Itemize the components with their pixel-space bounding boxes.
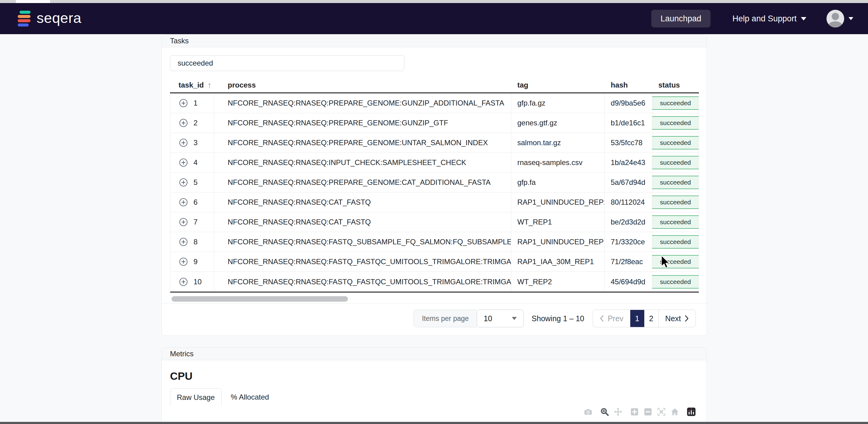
seqera-logo-icon <box>18 11 31 27</box>
plotly-logo-icon[interactable] <box>687 407 696 416</box>
chevron-down-icon <box>801 17 806 21</box>
pan-icon[interactable] <box>614 407 623 416</box>
page-button-2[interactable]: 2 <box>644 310 658 327</box>
items-per-page-label: Items per page <box>413 309 476 327</box>
task-id-cell: 6 <box>170 193 214 212</box>
table-row[interactable]: 4NFCORE_RNASEQ:RNASEQ:INPUT_CHECK:SAMPLE… <box>170 153 699 173</box>
task-id-cell: 2 <box>170 113 214 133</box>
tasks-table: task_id ↑ process tag hash status 1NFCOR… <box>170 78 699 293</box>
status-cell: succeeded <box>652 153 699 172</box>
scrollbar-thumb[interactable] <box>172 296 348 302</box>
launchpad-button[interactable]: Launchpad <box>651 10 711 28</box>
table-row[interactable]: 2NFCORE_RNASEQ:RNASEQ:PREPARE_GENOME:GUN… <box>170 113 699 133</box>
table-row[interactable]: 7NFCORE_RNASEQ:RNASEQ:CAT_FASTQWT_REP1be… <box>170 212 699 232</box>
tag-cell: RAP1_UNINDUCED_REP2 <box>511 193 604 212</box>
brand-wordmark: seqera <box>37 11 82 27</box>
status-cell: succeeded <box>652 193 699 212</box>
task-id-value: 2 <box>193 119 197 127</box>
tasks-section-header: Tasks <box>162 34 707 47</box>
column-header-process[interactable]: process <box>214 81 511 89</box>
status-badge: succeeded <box>652 255 699 268</box>
table-row[interactable]: 6NFCORE_RNASEQ:RNASEQ:CAT_FASTQRAP1_UNIN… <box>170 193 699 212</box>
table-row[interactable]: 9NFCORE_RNASEQ:RNASEQ:FASTQ_FASTQC_UMITO… <box>170 252 699 272</box>
process-cell: NFCORE_RNASEQ:RNASEQ:FASTQ_SUBSAMPLE_FQ_… <box>214 232 511 252</box>
plus-circle-icon[interactable] <box>179 277 188 287</box>
plus-circle-icon[interactable] <box>179 257 188 266</box>
column-header-hash[interactable]: hash <box>604 81 652 89</box>
status-cell: succeeded <box>652 113 699 133</box>
plus-circle-icon[interactable] <box>179 198 188 207</box>
task-search-input[interactable] <box>170 55 404 71</box>
status-cell: succeeded <box>652 252 699 271</box>
column-header-tag[interactable]: tag <box>511 81 604 89</box>
tag-cell: salmon.tar.gz <box>511 133 604 153</box>
tasks-card: Tasks task_id ↑ process tag hash status … <box>161 34 707 336</box>
plus-circle-icon[interactable] <box>179 158 188 167</box>
status-badge: succeeded <box>652 176 699 189</box>
arrow-up-icon: ↑ <box>208 80 212 90</box>
hash-cell: 1b/a24e43 <box>604 153 652 172</box>
status-cell: succeeded <box>652 93 699 113</box>
process-cell: NFCORE_RNASEQ:RNASEQ:FASTQ_FASTQC_UMITOO… <box>214 252 511 271</box>
metrics-card: Metrics CPU Raw Usage % Allocated <box>161 347 707 424</box>
task-id-cell: 7 <box>170 212 214 232</box>
bottom-window-edge <box>0 422 868 424</box>
column-header-status[interactable]: status <box>652 81 699 89</box>
status-badge: succeeded <box>652 275 699 289</box>
tasks-table-body: 1NFCORE_RNASEQ:RNASEQ:PREPARE_GENOME:GUN… <box>170 93 699 293</box>
table-row[interactable]: 10NFCORE_RNASEQ:RNASEQ:FASTQ_FASTQC_UMIT… <box>170 272 699 292</box>
camera-icon[interactable] <box>584 407 593 416</box>
table-row[interactable]: 3NFCORE_RNASEQ:RNASEQ:PREPARE_GENOME:UNT… <box>170 133 699 153</box>
task-id-cell: 4 <box>170 153 214 172</box>
next-page-button[interactable]: Next <box>659 310 695 327</box>
hash-cell: 45/694d9d <box>604 272 652 292</box>
plus-circle-icon[interactable] <box>179 118 188 128</box>
plus-circle-icon[interactable] <box>179 178 188 187</box>
task-id-cell: 8 <box>170 232 214 252</box>
plus-circle-icon[interactable] <box>179 138 188 147</box>
task-id-value: 5 <box>193 178 197 187</box>
page-button-1[interactable]: 1 <box>630 310 644 327</box>
items-per-page-select[interactable]: 10 <box>477 309 524 327</box>
help-and-support-menu[interactable]: Help and Support <box>733 14 806 24</box>
tag-cell: WT_REP1 <box>511 212 604 232</box>
task-id-value: 10 <box>193 278 202 286</box>
task-id-cell: 10 <box>170 272 214 292</box>
task-id-value: 7 <box>193 218 197 226</box>
table-row[interactable]: 8NFCORE_RNASEQ:RNASEQ:FASTQ_SUBSAMPLE_FQ… <box>170 232 699 252</box>
hash-cell: be/2d3d2d <box>604 212 652 232</box>
tag-cell: rnaseq-samples.csv <box>511 153 604 172</box>
plus-circle-icon[interactable] <box>179 99 188 108</box>
plus-circle-icon[interactable] <box>179 218 188 227</box>
chevron-left-icon <box>600 315 604 322</box>
table-row[interactable]: 5NFCORE_RNASEQ:RNASEQ:PREPARE_GENOME:CAT… <box>170 173 699 193</box>
task-id-value: 9 <box>193 257 197 266</box>
metrics-section-header: Metrics <box>162 348 707 360</box>
column-header-task-id[interactable]: task_id ↑ <box>170 80 214 90</box>
status-cell: succeeded <box>652 232 699 252</box>
table-row[interactable]: 1NFCORE_RNASEQ:RNASEQ:PREPARE_GENOME:GUN… <box>170 93 699 113</box>
horizontal-scrollbar[interactable] <box>170 296 699 302</box>
process-cell: NFCORE_RNASEQ:RNASEQ:PREPARE_GENOME:UNTA… <box>214 133 511 153</box>
cpu-tabs: Raw Usage % Allocated <box>170 388 698 406</box>
tag-cell: RAP1_UNINDUCED_REP1 <box>511 232 604 252</box>
reset-axes-icon[interactable] <box>670 407 679 416</box>
process-cell: NFCORE_RNASEQ:RNASEQ:PREPARE_GENOME:CAT_… <box>214 173 511 192</box>
process-cell: NFCORE_RNASEQ:RNASEQ:CAT_FASTQ <box>214 212 511 232</box>
task-id-value: 4 <box>193 158 197 167</box>
status-cell: succeeded <box>652 133 699 153</box>
process-cell: NFCORE_RNASEQ:RNASEQ:INPUT_CHECK:SAMPLES… <box>214 153 511 172</box>
plus-circle-icon[interactable] <box>179 237 188 247</box>
seqera-logo[interactable]: seqera <box>18 11 82 27</box>
prev-page-button[interactable]: Prev <box>593 310 630 327</box>
zoom-icon[interactable] <box>600 407 609 416</box>
task-id-value: 3 <box>193 138 197 147</box>
autoscale-icon[interactable] <box>657 407 666 416</box>
zoom-out-icon[interactable] <box>643 407 653 416</box>
zoom-in-icon[interactable] <box>630 407 639 416</box>
user-menu[interactable] <box>827 10 854 28</box>
avatar <box>827 10 844 28</box>
tab-raw-usage[interactable]: Raw Usage <box>170 388 222 406</box>
status-badge: succeeded <box>652 196 699 209</box>
tab-percent-allocated[interactable]: % Allocated <box>222 388 278 406</box>
